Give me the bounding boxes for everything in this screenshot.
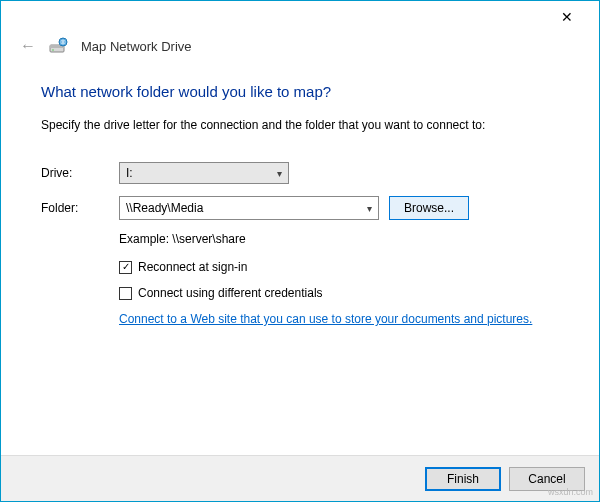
close-icon: ✕: [561, 9, 573, 25]
svg-point-2: [52, 49, 54, 51]
credentials-checkbox-row[interactable]: Connect using different credentials: [119, 286, 559, 300]
reconnect-checkbox-row[interactable]: ✓ Reconnect at sign-in: [119, 260, 559, 274]
finish-button[interactable]: Finish: [425, 467, 501, 491]
drive-label: Drive:: [41, 166, 119, 180]
chevron-down-icon: ▾: [367, 203, 372, 214]
wizard-title: Map Network Drive: [81, 39, 192, 54]
chevron-down-icon: ▾: [277, 168, 282, 179]
reconnect-checkbox[interactable]: ✓: [119, 261, 132, 274]
credentials-label: Connect using different credentials: [138, 286, 323, 300]
drive-select-value: I:: [126, 166, 133, 180]
folder-value: \\Ready\Media: [126, 201, 203, 215]
back-arrow-icon: ←: [20, 37, 36, 54]
footer: Finish Cancel: [1, 455, 599, 501]
connect-website-link[interactable]: Connect to a Web site that you can use t…: [119, 312, 532, 326]
cancel-button[interactable]: Cancel: [509, 467, 585, 491]
content-area: What network folder would you like to ma…: [1, 65, 599, 455]
folder-combobox[interactable]: \\Ready\Media ▾: [119, 196, 379, 220]
close-button[interactable]: ✕: [547, 3, 587, 31]
drive-select[interactable]: I: ▾: [119, 162, 289, 184]
reconnect-label: Reconnect at sign-in: [138, 260, 247, 274]
folder-label: Folder:: [41, 201, 119, 215]
credentials-checkbox[interactable]: [119, 287, 132, 300]
header-row: ← Map Network Drive: [1, 33, 599, 65]
instruction-text: Specify the drive letter for the connect…: [41, 118, 559, 132]
network-drive-icon: [49, 37, 69, 55]
back-button[interactable]: ←: [19, 37, 37, 55]
titlebar: ✕: [1, 1, 599, 33]
drive-row: Drive: I: ▾: [41, 162, 559, 184]
folder-row: Folder: \\Ready\Media ▾ Browse...: [41, 196, 559, 220]
map-network-drive-window: ✕ ← Map Network Drive What network folde…: [0, 0, 600, 502]
page-heading: What network folder would you like to ma…: [41, 83, 559, 100]
example-text: Example: \\server\share: [119, 232, 559, 246]
browse-button[interactable]: Browse...: [389, 196, 469, 220]
